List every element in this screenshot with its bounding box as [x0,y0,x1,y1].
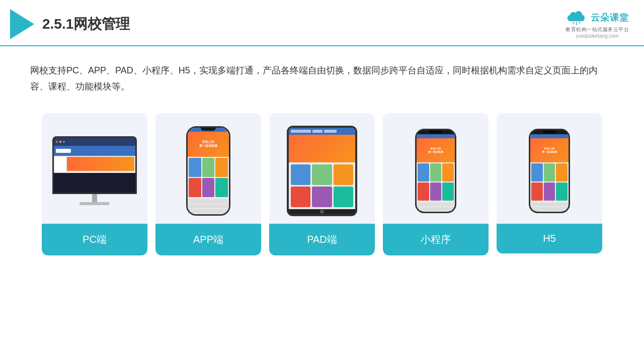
card-app-label: APP端 [155,224,261,255]
card-pc-label: PC端 [42,224,147,255]
phone-notch [201,128,216,131]
card-miniprogram: 职达人的第一堂训练课 [383,113,489,255]
pad-tablet-icon [287,126,357,216]
app-phone-icon: 职达人的第一堂训练课 [186,126,230,216]
card-h5: 职达人的第一堂训练课 [497,113,602,255]
card-pc: PC端 [42,113,147,255]
tablet-screen [289,128,355,209]
miniprogram-phone-icon: 职达人的第一堂训练课 [415,129,456,213]
cards-container: PC端 职达人的第一堂训练课 [30,113,614,255]
card-app: 职达人的第一堂训练课 [155,113,261,255]
h5-phone-icon: 职达人的第一堂训练课 [529,129,570,213]
card-h5-label: H5 [497,224,602,253]
brand-tagline: 教育机构一站式服务云平台 [566,26,629,33]
phone-screen: 职达人的第一堂训练课 [188,128,229,214]
description-text: 网校支持PC、APP、PAD、小程序、H5，实现多端打通，产品各终端自由切换，数… [30,62,614,95]
card-miniprogram-label: 小程序 [383,224,489,255]
brand-logo: 云朵课堂 [566,10,629,25]
card-pad-image-area [269,113,375,224]
header-left: 2.5.1网校管理 [10,9,130,39]
card-pad: PAD端 [269,113,375,255]
card-pc-image-area [42,113,147,224]
brand-url: yunduoketang.com [576,33,619,39]
card-pad-label: PAD端 [269,224,375,255]
card-h5-image-area: 职达人的第一堂训练课 [497,113,602,224]
brand-name: 云朵课堂 [591,12,629,24]
cloud-icon [566,10,588,25]
card-app-image-area: 职达人的第一堂训练课 [155,113,261,224]
header-right: 云朵课堂 教育机构一站式服务云平台 yunduoketang.com [566,10,629,39]
main-content: 网校支持PC、APP、PAD、小程序、H5，实现多端打通，产品各终端自由切换，数… [0,46,644,265]
header: 2.5.1网校管理 云朵课堂 教育机构一站式服务云平台 yunduoketang… [0,0,644,46]
pc-monitor-icon [52,136,137,205]
logo-triangle-icon [10,9,34,39]
card-miniprogram-image-area: 职达人的第一堂训练课 [383,113,489,224]
page-title: 2.5.1网校管理 [42,15,130,34]
